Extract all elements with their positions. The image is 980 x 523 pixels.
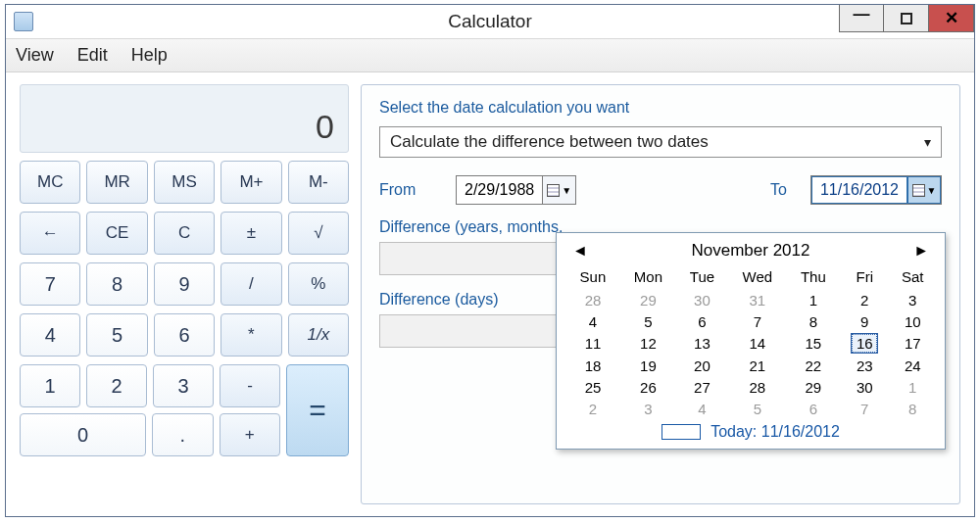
- sqrt-button[interactable]: √: [288, 212, 349, 255]
- close-icon: ✕: [945, 8, 958, 28]
- pct-button[interactable]: %: [288, 262, 349, 306]
- minimize-button[interactable]: —: [839, 5, 884, 32]
- cal-day[interactable]: 17: [891, 332, 936, 355]
- add-button[interactable]: +: [220, 413, 280, 456]
- num0-button[interactable]: 0: [20, 413, 146, 456]
- cal-day[interactable]: 8: [788, 310, 839, 332]
- mul-button[interactable]: *: [220, 313, 281, 357]
- cal-day[interactable]: 12: [619, 332, 677, 355]
- cal-day[interactable]: 31: [727, 289, 788, 310]
- cal-day[interactable]: 7: [727, 310, 788, 332]
- cal-day[interactable]: 23: [839, 355, 891, 376]
- window-buttons: — ✕: [839, 5, 974, 32]
- cal-dow-header: Tue: [677, 266, 727, 289]
- div-button[interactable]: /: [220, 262, 281, 306]
- cal-day[interactable]: 26: [619, 376, 677, 398]
- c-button[interactable]: C: [154, 212, 215, 255]
- sub-button[interactable]: -: [220, 364, 280, 407]
- cal-day[interactable]: 1: [788, 289, 839, 310]
- cal-day[interactable]: 3: [619, 398, 677, 419]
- cal-day[interactable]: 6: [677, 310, 727, 332]
- cal-day[interactable]: 5: [727, 398, 788, 419]
- cal-day[interactable]: 4: [566, 310, 619, 332]
- menu-view[interactable]: View: [16, 45, 54, 66]
- cal-day[interactable]: 29: [788, 376, 839, 398]
- maximize-button[interactable]: [884, 5, 929, 32]
- cal-day[interactable]: 8: [891, 398, 936, 419]
- cal-day[interactable]: 5: [619, 310, 677, 332]
- cal-day[interactable]: 16: [839, 332, 891, 355]
- cal-day[interactable]: 25: [566, 376, 619, 398]
- cal-day[interactable]: 13: [677, 332, 727, 355]
- cal-day[interactable]: 3: [891, 289, 936, 310]
- from-date-value: 2/29/1988: [457, 176, 542, 204]
- to-date-value: 11/16/2012: [811, 176, 907, 204]
- num5-button[interactable]: 5: [86, 313, 147, 357]
- to-date-field[interactable]: 11/16/2012 ▼: [810, 175, 942, 205]
- close-button[interactable]: ✕: [929, 5, 974, 32]
- maximize-icon: [901, 13, 912, 24]
- cal-day[interactable]: 28: [727, 376, 788, 398]
- mc-button[interactable]: MC: [20, 161, 80, 204]
- cal-day[interactable]: 30: [839, 376, 891, 398]
- cal-day[interactable]: 24: [891, 355, 936, 376]
- num9-button[interactable]: 9: [154, 262, 215, 306]
- cal-next-button[interactable]: ►: [909, 242, 933, 260]
- cal-day[interactable]: 27: [677, 376, 727, 398]
- cal-day[interactable]: 2: [839, 289, 891, 310]
- num1-button[interactable]: 1: [20, 364, 80, 407]
- equals-button[interactable]: =: [286, 364, 349, 456]
- ms-button[interactable]: MS: [154, 161, 215, 204]
- num8-button[interactable]: 8: [86, 262, 147, 306]
- mminus-button[interactable]: M-: [288, 161, 349, 204]
- mplus-button[interactable]: M+: [220, 161, 281, 204]
- back-button[interactable]: ←: [20, 212, 80, 255]
- cal-day[interactable]: 11: [566, 332, 619, 355]
- today-marker-icon: [662, 424, 701, 440]
- date-calc-prompt: Select the date calculation you want: [379, 99, 942, 117]
- cal-today-label: Today: 11/16/2012: [710, 423, 840, 441]
- num4-button[interactable]: 4: [20, 313, 80, 357]
- cal-day[interactable]: 6: [788, 398, 839, 419]
- cal-dow-header: Sat: [891, 266, 936, 289]
- cal-day[interactable]: 22: [788, 355, 839, 376]
- pm-button[interactable]: ±: [220, 212, 281, 255]
- to-date-picker-button[interactable]: ▼: [907, 176, 941, 204]
- num3-button[interactable]: 3: [153, 364, 214, 407]
- num6-button[interactable]: 6: [154, 313, 215, 357]
- cal-day[interactable]: 15: [788, 332, 839, 355]
- num7-button[interactable]: 7: [20, 262, 80, 306]
- to-label: To: [770, 181, 787, 199]
- ce-button[interactable]: CE: [86, 212, 147, 255]
- dot-button[interactable]: .: [152, 413, 213, 456]
- cal-day[interactable]: 14: [727, 332, 788, 355]
- from-date-field[interactable]: 2/29/1988 ▼: [456, 175, 576, 205]
- date-mode-select[interactable]: Calculate the difference between two dat…: [379, 126, 942, 158]
- inv-button[interactable]: 1/x: [288, 313, 349, 357]
- cal-day[interactable]: 7: [839, 398, 891, 419]
- cal-day[interactable]: 2: [566, 398, 619, 419]
- cal-day[interactable]: 28: [566, 289, 619, 310]
- cal-prev-button[interactable]: ◄: [568, 242, 592, 260]
- menu-edit[interactable]: Edit: [77, 45, 108, 66]
- cal-day[interactable]: 30: [677, 289, 727, 310]
- cal-day[interactable]: 4: [677, 398, 727, 419]
- cal-today-link[interactable]: Today: 11/16/2012: [566, 423, 935, 441]
- from-date-picker-button[interactable]: ▼: [542, 176, 575, 204]
- cal-day[interactable]: 19: [619, 355, 677, 376]
- cal-day[interactable]: 1: [891, 376, 936, 398]
- mr-button[interactable]: MR: [86, 161, 147, 204]
- cal-month-title[interactable]: November 2012: [692, 241, 810, 261]
- num2-button[interactable]: 2: [86, 364, 147, 407]
- cal-dow-header: Sun: [566, 266, 619, 289]
- cal-day[interactable]: 21: [727, 355, 788, 376]
- cal-day[interactable]: 29: [619, 289, 677, 310]
- window-title: Calculator: [6, 11, 974, 32]
- cal-day[interactable]: 9: [839, 310, 891, 332]
- chevron-down-icon: ▼: [927, 185, 937, 196]
- cal-day[interactable]: 20: [677, 355, 727, 376]
- menu-help[interactable]: Help: [131, 45, 168, 66]
- content-area: 0 MC MR MS M+ M- ← CE C ± √ 7 8 9 / %: [6, 72, 974, 516]
- cal-day[interactable]: 10: [891, 310, 936, 332]
- cal-day[interactable]: 18: [566, 355, 619, 376]
